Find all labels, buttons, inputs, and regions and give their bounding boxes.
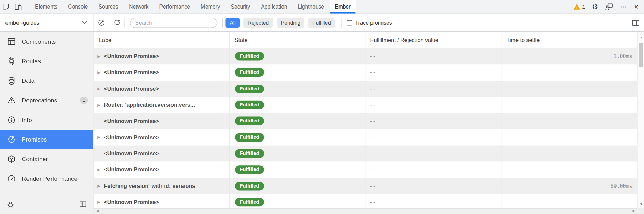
vertical-scrollbar[interactable]: ▲ ▼: [637, 32, 644, 208]
promise-row[interactable]: ▶ <Unknown Promise> Fulfilled --: [94, 129, 638, 145]
promise-label: <Unknown Promise>: [104, 150, 159, 157]
warning-count: 1: [582, 4, 585, 10]
filter-chip[interactable]: Rejected: [244, 18, 273, 28]
feedback-icon: [605, 3, 613, 11]
fulfillment-value: --: [365, 145, 501, 161]
sidebar-item-container[interactable]: Container: [0, 149, 93, 169]
search-input[interactable]: [130, 18, 217, 28]
expander-icon[interactable]: ▶: [97, 54, 104, 58]
expander-icon[interactable]: ▶: [97, 70, 104, 75]
expander-icon[interactable]: ▶: [97, 103, 104, 107]
toolbar-divider: [222, 18, 223, 27]
sidebar-item-label: Promises: [22, 136, 47, 143]
chevron-down-icon: [82, 21, 87, 24]
expander-icon[interactable]: ▶: [97, 135, 104, 139]
close-icon: ✕: [634, 3, 639, 10]
expander-icon[interactable]: ▶: [97, 200, 104, 204]
fulfillment-value: --: [365, 113, 501, 129]
time-to-settle: 89.00ms: [501, 178, 637, 194]
column-header: Label: [94, 32, 230, 48]
fulfillment-value: --: [365, 65, 501, 81]
devtools-tab[interactable]: Network: [124, 0, 154, 14]
scroll-down-icon[interactable]: ▼: [638, 202, 644, 206]
devtools-tab[interactable]: Elements: [30, 0, 63, 14]
close-devtools-button[interactable]: ✕: [634, 4, 639, 10]
column-header: State: [229, 32, 365, 48]
refresh-icon: [113, 19, 121, 26]
promise-label: <Unknown Promise>: [104, 86, 159, 92]
report-bug-button[interactable]: [6, 200, 15, 210]
promise-row[interactable]: ▶ <Unknown Promise> Fulfilled --: [94, 113, 638, 129]
warnings-indicator[interactable]: 1: [574, 4, 585, 10]
filter-chip[interactable]: Pending: [277, 18, 304, 28]
promise-row[interactable]: ▶ <Unknown Promise> Fulfilled --: [94, 145, 638, 161]
promises-table: Label State Fulfillment / Rejection valu…: [94, 32, 644, 214]
scroll-up-icon[interactable]: ▲: [638, 35, 644, 39]
device-toolbar-button[interactable]: [12, 0, 24, 14]
more-options-button[interactable]: ⋯: [620, 3, 627, 10]
clear-promises-button[interactable]: [93, 19, 109, 26]
time-to-settle: [501, 161, 637, 178]
toggle-inspector-panel-button[interactable]: [631, 19, 640, 26]
trace-promises-checkbox[interactable]: [347, 20, 353, 25]
devtools-tab[interactable]: Performance: [154, 0, 196, 14]
sidebar-item-promises[interactable]: Promises: [0, 129, 93, 149]
promise-row[interactable]: ▶ Router: 'application.version.vers... F…: [94, 97, 638, 113]
toggle-sidebar-layout-button[interactable]: [79, 200, 87, 210]
sidebar-item-deprecations[interactable]: Deprecations 1: [0, 90, 93, 110]
expander-icon[interactable]: ▶: [97, 87, 104, 91]
promise-row[interactable]: ▶ <Unknown Promise> Fulfilled --: [94, 161, 638, 178]
app-select[interactable]: ember-guides: [0, 14, 93, 31]
time-to-settle: 1.00ms: [501, 48, 637, 64]
status-badge: Fulfilled: [235, 117, 264, 125]
inspect-element-button[interactable]: [0, 0, 12, 14]
sidebar-item-render-performance[interactable]: Render Performance: [0, 169, 93, 188]
sidebar-item-label: Info: [22, 116, 32, 123]
promise-label: <Unknown Promise>: [104, 53, 159, 59]
devtools-tab[interactable]: Lighthouse: [292, 0, 330, 14]
promise-row[interactable]: ▶ <Unknown Promise> Fulfilled -- 1.00ms: [94, 48, 638, 64]
vertical-scrollbar-thumb[interactable]: [639, 43, 643, 67]
devtools-tab[interactable]: Security: [225, 0, 256, 14]
filter-chip[interactable]: Fulfilled: [308, 18, 335, 28]
sidebar-item-info[interactable]: Info: [0, 110, 93, 129]
filter-chip[interactable]: All: [225, 18, 240, 28]
devtools-tab[interactable]: Sources: [93, 0, 123, 14]
trace-promises-option: Trace promises: [347, 20, 392, 26]
horizontal-scrollbar[interactable]: ◀ ▶: [94, 208, 638, 214]
reload-button[interactable]: [109, 19, 124, 26]
promise-row[interactable]: ▶ <Unknown Promise> Fulfilled --: [94, 65, 638, 81]
settings-button[interactable]: ⚙: [592, 3, 598, 10]
devtools-tab[interactable]: Memory: [195, 0, 225, 14]
panel-layout-icon: [79, 200, 87, 208]
devtools-tab[interactable]: Ember: [330, 0, 356, 14]
sidebar-item-routes[interactable]: Routes: [0, 51, 93, 71]
promise-label: Router: 'application.version.vers...: [104, 102, 195, 108]
devtools-actions: 1 ⚙ ⋯ ✕: [574, 0, 644, 14]
ember-toolbar: ember-guides All Rejected Pending: [0, 14, 644, 32]
promise-row[interactable]: ▶ Fetching version' with id: versions Fu…: [94, 178, 638, 194]
overflow-menu-icon: ⋯: [620, 3, 627, 10]
expander-icon[interactable]: ▶: [97, 168, 104, 172]
devtools-tabs: Elements Console Sources Network Perform…: [30, 0, 356, 14]
scroll-right-icon[interactable]: ▶: [633, 209, 635, 213]
promise-label: <Unknown Promise>: [104, 134, 159, 140]
devtools-tab[interactable]: Application: [256, 0, 293, 14]
devtools-tab[interactable]: Console: [63, 0, 93, 14]
status-badge: Fulfilled: [235, 165, 264, 174]
promise-label: Fetching version' with id: versions: [104, 183, 195, 189]
database-icon: [7, 76, 16, 85]
sidebar-item-label: Container: [22, 156, 48, 162]
status-badge: Fulfilled: [235, 133, 264, 142]
panel-right-icon: [631, 19, 640, 26]
expander-icon[interactable]: ▶: [97, 184, 104, 188]
sidebar-item-components[interactable]: Components: [0, 32, 93, 51]
bug-icon: [6, 200, 15, 209]
promise-row[interactable]: ▶ <Unknown Promise> Fulfilled --: [94, 81, 638, 97]
sidebar-item-data[interactable]: Data: [0, 71, 93, 90]
time-to-settle: [501, 81, 637, 97]
scroll-left-icon[interactable]: ◀: [96, 209, 99, 213]
promise-row[interactable]: ▶ <Unknown Promise> Fulfilled --: [94, 194, 638, 208]
promises-icon: [7, 135, 16, 144]
feedback-button[interactable]: [605, 3, 613, 11]
